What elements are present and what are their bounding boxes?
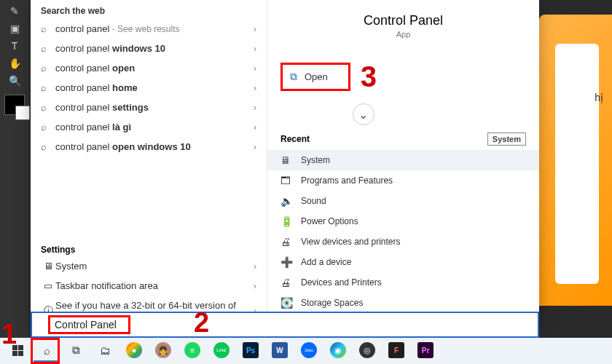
suggestion-text: control panel home (55, 82, 254, 93)
chevron-right-icon: › (254, 24, 256, 34)
suggestion-item[interactable]: ⌕ control panel settings › (31, 98, 267, 117)
recent-item-icon: 💽 (280, 297, 294, 309)
open-icon: ⧉ (290, 71, 297, 83)
search-icon: ⌕ (41, 122, 55, 132)
suggestion-item[interactable]: ⌕ control panel home › (31, 78, 267, 98)
chevron-right-icon: › (254, 142, 256, 152)
ps-toolbar: ✎ ▣ T ✋ 🔍 (0, 0, 29, 364)
search-icon: ⌕ (41, 102, 55, 113)
taskbar-chrome[interactable]: ● (121, 340, 147, 362)
recent-item-icon: ➕ (280, 256, 294, 268)
recent-item-label: Devices and Printers (301, 277, 382, 288)
recent-item-label: System (301, 155, 330, 165)
search-icon: ⌕ (41, 82, 55, 93)
recent-item-label: Programs and Features (301, 175, 393, 186)
recent-item-icon: 🖨 (280, 236, 294, 248)
chevron-right-icon: › (254, 281, 256, 291)
bg-text: hị (595, 92, 603, 103)
taskbar-obs[interactable]: ◎ (354, 340, 380, 362)
app-subtitle: App (396, 30, 411, 39)
open-button[interactable]: ⧉ Open (280, 63, 350, 91)
recent-item[interactable]: 🗔 Programs and Features (267, 170, 539, 191)
recent-item-icon: 🔋 (280, 215, 294, 227)
search-icon: ⌕ (41, 63, 55, 74)
suggestions-column: Search the web ⌕ control panel - See web… (31, 0, 267, 326)
recent-item-label: Storage Spaces (301, 298, 363, 308)
recent-item-icon: 🔈 (280, 195, 294, 207)
hand-icon[interactable]: ✋ (4, 55, 25, 71)
suggestion-item[interactable]: ⌕ control panel open windows 10 › (31, 137, 267, 157)
recent-item-label: Sound (301, 196, 326, 206)
suggestion-text: control panel open windows 10 (55, 141, 254, 152)
recent-item-icon: 🗔 (280, 175, 294, 186)
settings-item-label: Taskbar notification area (55, 280, 254, 291)
search-input-highlight: Control Panel (48, 315, 130, 334)
suggestion-text: control panel settings (55, 102, 254, 113)
settings-item-icon: ▭ (41, 280, 55, 291)
annotation-3: 3 (361, 60, 377, 93)
details-column: Control Panel App ⧉ Open 3 ⌄ Recent Syst… (267, 0, 539, 326)
suggestion-item[interactable]: ⌕ control panel - See web results › (31, 19, 267, 39)
recent-item[interactable]: 🖨 View devices and printers (267, 232, 539, 252)
recent-item[interactable]: ➕ Add a device (267, 252, 539, 272)
suggestion-text: control panel - See web results (55, 23, 254, 34)
zoom-icon[interactable]: 🔍 (4, 73, 25, 89)
taskbar-taskview[interactable]: ⧉ (63, 340, 89, 362)
settings-item-icon: 🖥 (41, 261, 55, 272)
taskbar-avatar[interactable]: 👧 (150, 340, 176, 362)
search-input[interactable]: Control Panel (55, 319, 117, 331)
search-button-highlight (31, 338, 60, 364)
taskbar-figma[interactable]: F (383, 340, 409, 362)
crop-icon[interactable]: ▣ (4, 20, 25, 36)
taskbar-ps[interactable]: Ps (238, 340, 264, 362)
color-swatch[interactable] (4, 95, 25, 115)
taskbar-edge[interactable]: ◉ (325, 340, 351, 362)
suggestion-item[interactable]: ⌕ control panel là gì › (31, 117, 267, 137)
taskbar-pr[interactable]: Pr (412, 340, 439, 362)
suggestion-text: control panel windows 10 (55, 43, 254, 54)
chevron-right-icon: › (254, 103, 256, 113)
search-box[interactable]: Control Panel (31, 312, 539, 338)
taskbar: ⌕⧉🗂●👧≡LINEPsWZalo◉◎FPr (0, 338, 612, 364)
settings-item[interactable]: ▭ Taskbar notification area › (31, 276, 267, 296)
recent-item[interactable]: 🔋 Power Options (267, 211, 539, 232)
search-results-panel: Search the web ⌕ control panel - See web… (31, 0, 539, 326)
taskbar-explorer[interactable]: 🗂 (92, 340, 118, 362)
background-card (555, 44, 599, 284)
settings-item[interactable]: 🖥 System › (31, 256, 267, 276)
search-icon: ⌕ (41, 141, 55, 152)
recent-item-label: Power Options (301, 216, 358, 226)
chevron-right-icon: › (254, 122, 256, 132)
recent-header: Recent (280, 134, 310, 144)
text-icon[interactable]: T (4, 38, 25, 54)
settings-item-label: System (55, 261, 254, 272)
search-icon: ⌕ (41, 43, 55, 54)
system-tooltip: System (487, 132, 526, 146)
taskbar-zalo[interactable]: Zalo (296, 340, 322, 362)
search-icon: ⌕ (41, 23, 55, 34)
recent-item[interactable]: 🖥 System (267, 150, 539, 170)
annotation-2: 2 (194, 307, 209, 339)
open-label: Open (305, 71, 328, 82)
brush-icon[interactable]: ✎ (4, 3, 25, 19)
recent-item-icon: 🖨 (280, 277, 294, 288)
suggestion-text: control panel open (55, 63, 254, 74)
suggestion-item[interactable]: ⌕ control panel open › (31, 58, 267, 78)
taskbar-word[interactable]: W (267, 340, 293, 362)
suggestion-item[interactable]: ⌕ control panel windows 10 › (31, 39, 267, 58)
chevron-right-icon: › (254, 83, 256, 93)
taskbar-spotify[interactable]: ≡ (179, 340, 205, 362)
suggestion-list: ⌕ control panel - See web results ›⌕ con… (31, 19, 267, 239)
recent-item[interactable]: 💽 Storage Spaces (267, 293, 539, 313)
expand-button[interactable]: ⌄ (353, 103, 374, 125)
taskbar-line[interactable]: LINE (208, 340, 235, 362)
recent-item[interactable]: 🖨 Devices and Printers (267, 272, 539, 293)
settings-header: Settings (31, 239, 267, 256)
chevron-right-icon: › (254, 261, 256, 272)
web-header: Search the web (31, 0, 267, 19)
recent-list: 🖥 System🗔 Programs and Features🔈 Sound🔋 … (267, 146, 539, 313)
recent-item-label: Add a device (301, 257, 351, 267)
suggestion-text: control panel là gì (55, 122, 254, 132)
recent-item[interactable]: 🔈 Sound (267, 191, 539, 211)
recent-item-label: View devices and printers (301, 237, 401, 247)
